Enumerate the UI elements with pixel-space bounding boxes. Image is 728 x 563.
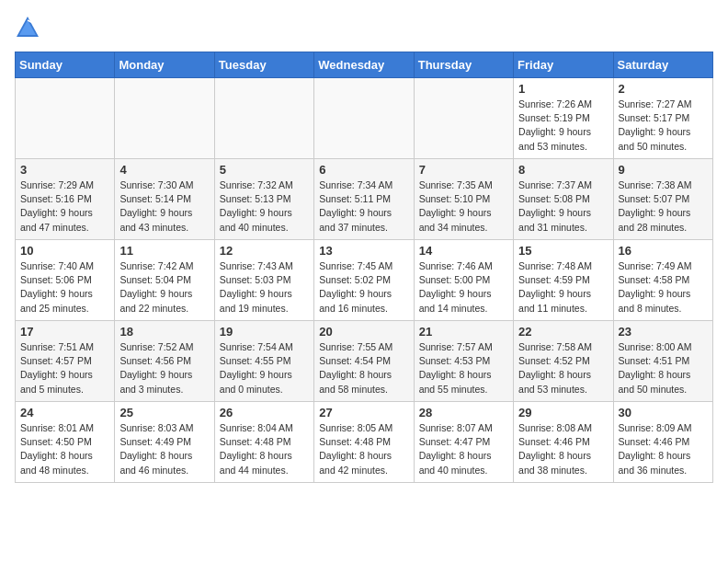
- calendar-cell: 29Sunrise: 8:08 AM Sunset: 4:46 PM Dayli…: [514, 402, 613, 483]
- day-number: 1: [518, 82, 608, 96]
- calendar-table: SundayMondayTuesdayWednesdayThursdayFrid…: [15, 52, 713, 483]
- day-info: Sunrise: 8:08 AM Sunset: 4:46 PM Dayligh…: [518, 421, 608, 477]
- calendar-cell: 22Sunrise: 7:58 AM Sunset: 4:52 PM Dayli…: [514, 321, 613, 402]
- calendar-cell: [314, 78, 414, 159]
- calendar-cell: 11Sunrise: 7:42 AM Sunset: 5:04 PM Dayli…: [115, 240, 214, 321]
- header-cell-saturday: Saturday: [613, 52, 712, 78]
- day-info: Sunrise: 7:58 AM Sunset: 4:52 PM Dayligh…: [518, 340, 608, 396]
- calendar-cell: 2Sunrise: 7:27 AM Sunset: 5:17 PM Daylig…: [613, 78, 712, 159]
- day-info: Sunrise: 7:54 AM Sunset: 4:55 PM Dayligh…: [220, 340, 309, 396]
- calendar-cell: 17Sunrise: 7:51 AM Sunset: 4:57 PM Dayli…: [16, 321, 115, 402]
- calendar-cell: 6Sunrise: 7:34 AM Sunset: 5:11 PM Daylig…: [314, 159, 414, 240]
- calendar-cell: 30Sunrise: 8:09 AM Sunset: 4:46 PM Dayli…: [613, 402, 712, 483]
- day-info: Sunrise: 7:34 AM Sunset: 5:11 PM Dayligh…: [319, 178, 408, 235]
- calendar-cell: 27Sunrise: 8:05 AM Sunset: 4:48 PM Dayli…: [314, 402, 414, 483]
- day-number: 18: [119, 325, 209, 339]
- calendar-cell: 24Sunrise: 8:01 AM Sunset: 4:50 PM Dayli…: [16, 402, 115, 483]
- day-number: 22: [518, 325, 608, 339]
- calendar-body: 1Sunrise: 7:26 AM Sunset: 5:19 PM Daylig…: [16, 78, 713, 483]
- day-info: Sunrise: 7:46 AM Sunset: 5:00 PM Dayligh…: [419, 259, 508, 316]
- week-row-1: 1Sunrise: 7:26 AM Sunset: 5:19 PM Daylig…: [16, 78, 713, 159]
- calendar-cell: 13Sunrise: 7:45 AM Sunset: 5:02 PM Dayli…: [314, 240, 414, 321]
- day-info: Sunrise: 7:35 AM Sunset: 5:10 PM Dayligh…: [419, 178, 508, 235]
- day-info: Sunrise: 7:40 AM Sunset: 5:06 PM Dayligh…: [20, 259, 109, 316]
- day-info: Sunrise: 7:30 AM Sunset: 5:14 PM Dayligh…: [119, 178, 209, 235]
- day-info: Sunrise: 7:48 AM Sunset: 4:59 PM Dayligh…: [518, 259, 608, 316]
- day-info: Sunrise: 8:03 AM Sunset: 4:49 PM Dayligh…: [119, 421, 209, 477]
- calendar-cell: [115, 78, 214, 159]
- calendar-cell: 7Sunrise: 7:35 AM Sunset: 5:10 PM Daylig…: [414, 159, 513, 240]
- logo: [15, 15, 44, 40]
- day-number: 21: [419, 325, 508, 339]
- calendar-cell: 19Sunrise: 7:54 AM Sunset: 4:55 PM Dayli…: [214, 321, 313, 402]
- calendar-cell: 16Sunrise: 7:49 AM Sunset: 4:58 PM Dayli…: [613, 240, 712, 321]
- day-number: 15: [518, 244, 608, 258]
- day-number: 8: [518, 163, 608, 177]
- calendar-header: SundayMondayTuesdayWednesdayThursdayFrid…: [16, 52, 713, 78]
- day-number: 30: [619, 406, 708, 419]
- header-cell-monday: Monday: [115, 52, 214, 78]
- day-info: Sunrise: 7:26 AM Sunset: 5:19 PM Dayligh…: [518, 98, 608, 154]
- day-info: Sunrise: 7:27 AM Sunset: 5:17 PM Dayligh…: [619, 98, 708, 154]
- day-number: 14: [419, 244, 508, 258]
- day-number: 23: [619, 325, 708, 339]
- day-info: Sunrise: 7:52 AM Sunset: 4:56 PM Dayligh…: [119, 340, 209, 396]
- day-info: Sunrise: 7:45 AM Sunset: 5:02 PM Dayligh…: [319, 259, 408, 316]
- day-number: 26: [220, 406, 309, 419]
- calendar-cell: 20Sunrise: 7:55 AM Sunset: 4:54 PM Dayli…: [314, 321, 414, 402]
- header-cell-wednesday: Wednesday: [314, 52, 414, 78]
- calendar-cell: 28Sunrise: 8:07 AM Sunset: 4:47 PM Dayli…: [414, 402, 513, 483]
- day-number: 12: [220, 244, 309, 258]
- day-info: Sunrise: 8:04 AM Sunset: 4:48 PM Dayligh…: [220, 421, 309, 477]
- day-info: Sunrise: 7:38 AM Sunset: 5:07 PM Dayligh…: [619, 178, 708, 235]
- calendar-cell: 25Sunrise: 8:03 AM Sunset: 4:49 PM Dayli…: [115, 402, 214, 483]
- calendar-cell: 14Sunrise: 7:46 AM Sunset: 5:00 PM Dayli…: [414, 240, 513, 321]
- day-info: Sunrise: 8:05 AM Sunset: 4:48 PM Dayligh…: [319, 421, 408, 477]
- calendar-cell: 9Sunrise: 7:38 AM Sunset: 5:07 PM Daylig…: [613, 159, 712, 240]
- day-number: 17: [20, 325, 109, 339]
- header: [15, 15, 713, 40]
- header-cell-tuesday: Tuesday: [214, 52, 313, 78]
- header-cell-thursday: Thursday: [414, 52, 513, 78]
- day-info: Sunrise: 7:43 AM Sunset: 5:03 PM Dayligh…: [220, 259, 309, 316]
- calendar-cell: 1Sunrise: 7:26 AM Sunset: 5:19 PM Daylig…: [514, 78, 613, 159]
- day-number: 3: [20, 163, 109, 177]
- day-info: Sunrise: 8:07 AM Sunset: 4:47 PM Dayligh…: [419, 421, 508, 477]
- calendar-cell: [414, 78, 513, 159]
- header-cell-friday: Friday: [514, 52, 613, 78]
- day-number: 6: [319, 163, 408, 177]
- calendar-cell: 18Sunrise: 7:52 AM Sunset: 4:56 PM Dayli…: [115, 321, 214, 402]
- day-info: Sunrise: 7:37 AM Sunset: 5:08 PM Dayligh…: [518, 178, 608, 235]
- week-row-2: 3Sunrise: 7:29 AM Sunset: 5:16 PM Daylig…: [16, 159, 713, 240]
- day-number: 29: [518, 406, 608, 419]
- week-row-3: 10Sunrise: 7:40 AM Sunset: 5:06 PM Dayli…: [16, 240, 713, 321]
- day-number: 16: [619, 244, 708, 258]
- day-info: Sunrise: 7:29 AM Sunset: 5:16 PM Dayligh…: [20, 178, 109, 235]
- calendar-cell: 12Sunrise: 7:43 AM Sunset: 5:03 PM Dayli…: [214, 240, 313, 321]
- day-number: 19: [220, 325, 309, 339]
- day-number: 24: [20, 406, 109, 419]
- calendar-cell: 4Sunrise: 7:30 AM Sunset: 5:14 PM Daylig…: [115, 159, 214, 240]
- day-info: Sunrise: 7:42 AM Sunset: 5:04 PM Dayligh…: [119, 259, 209, 316]
- day-info: Sunrise: 7:57 AM Sunset: 4:53 PM Dayligh…: [419, 340, 508, 396]
- calendar-cell: 26Sunrise: 8:04 AM Sunset: 4:48 PM Dayli…: [214, 402, 313, 483]
- calendar-cell: 23Sunrise: 8:00 AM Sunset: 4:51 PM Dayli…: [613, 321, 712, 402]
- day-info: Sunrise: 8:09 AM Sunset: 4:46 PM Dayligh…: [619, 421, 708, 477]
- calendar-cell: [214, 78, 313, 159]
- calendar-cell: 3Sunrise: 7:29 AM Sunset: 5:16 PM Daylig…: [16, 159, 115, 240]
- week-row-5: 24Sunrise: 8:01 AM Sunset: 4:50 PM Dayli…: [16, 402, 713, 483]
- day-info: Sunrise: 7:51 AM Sunset: 4:57 PM Dayligh…: [20, 340, 109, 396]
- day-number: 9: [619, 163, 708, 177]
- calendar-cell: 15Sunrise: 7:48 AM Sunset: 4:59 PM Dayli…: [514, 240, 613, 321]
- day-info: Sunrise: 7:32 AM Sunset: 5:13 PM Dayligh…: [220, 178, 309, 235]
- day-number: 7: [419, 163, 508, 177]
- calendar-cell: 8Sunrise: 7:37 AM Sunset: 5:08 PM Daylig…: [514, 159, 613, 240]
- day-number: 27: [319, 406, 408, 419]
- day-number: 28: [419, 406, 508, 419]
- day-info: Sunrise: 8:00 AM Sunset: 4:51 PM Dayligh…: [619, 340, 708, 396]
- calendar-cell: 21Sunrise: 7:57 AM Sunset: 4:53 PM Dayli…: [414, 321, 513, 402]
- day-number: 20: [319, 325, 408, 339]
- calendar-cell: 5Sunrise: 7:32 AM Sunset: 5:13 PM Daylig…: [214, 159, 313, 240]
- calendar-cell: [16, 78, 115, 159]
- day-info: Sunrise: 7:55 AM Sunset: 4:54 PM Dayligh…: [319, 340, 408, 396]
